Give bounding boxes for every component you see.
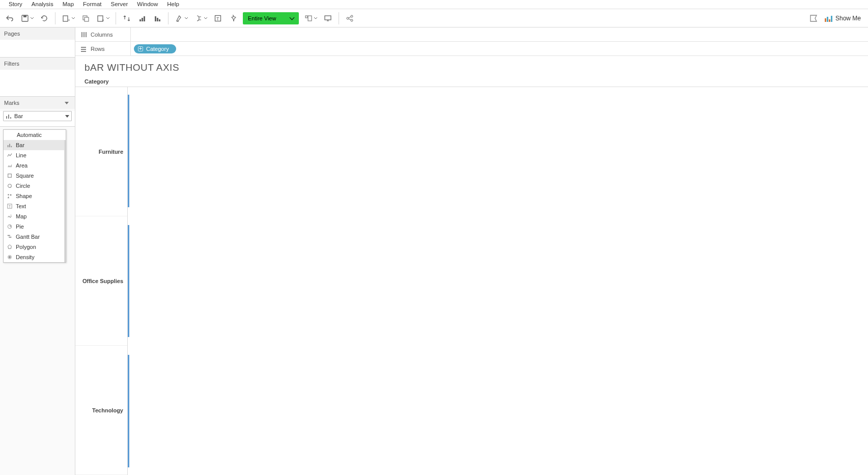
svg-rect-1 [23, 15, 26, 17]
svg-rect-45 [83, 32, 85, 37]
mark-option-automatic[interactable]: Automatic [4, 130, 66, 140]
menu-window[interactable]: Window [132, 1, 162, 9]
map-icon [7, 213, 13, 219]
svg-rect-44 [81, 32, 82, 37]
svg-rect-25 [831, 16, 832, 22]
viz-title[interactable]: bAR WITHOUT AXIS [75, 56, 868, 76]
pages-card: Pages [0, 27, 75, 58]
svg-rect-8 [139, 19, 141, 21]
area-icon [7, 162, 13, 169]
rows-shelf-row: Rows + Category [75, 42, 868, 56]
scrollbar[interactable] [64, 140, 66, 262]
undo-button[interactable] [3, 11, 17, 25]
svg-text:T: T [216, 16, 219, 21]
menu-format[interactable]: Format [78, 1, 106, 9]
sort-desc-button[interactable] [150, 11, 164, 25]
mark-type-menu: Automatic Bar Line Area Square Circle Sh… [3, 129, 66, 263]
pie-icon [7, 223, 13, 230]
bar-mark[interactable] [128, 355, 129, 467]
columns-shelf[interactable] [130, 27, 868, 41]
mark-type-value: Bar [14, 113, 23, 119]
save-button[interactable] [18, 11, 36, 25]
group-button[interactable] [191, 11, 210, 25]
columns-shelf-row: Columns [75, 27, 868, 42]
svg-point-43 [9, 256, 10, 258]
pin-button[interactable] [226, 11, 240, 25]
menu-map[interactable]: Map [58, 1, 78, 9]
menu-help[interactable]: Help [162, 1, 184, 9]
mark-option-shape[interactable]: Shape [4, 191, 66, 201]
svg-rect-9 [142, 18, 143, 21]
bar-mark[interactable] [128, 225, 129, 338]
sort-asc-button[interactable] [135, 11, 149, 25]
label-button[interactable]: T [211, 11, 225, 25]
svg-rect-13 [159, 19, 160, 21]
pages-shelf[interactable] [0, 40, 75, 57]
chevron-down-icon [65, 115, 69, 118]
viz-canvas: bAR WITHOUT AXIS Category Furniture Offi… [75, 56, 868, 475]
row-label-furniture[interactable]: Furniture [75, 87, 127, 216]
row-label-office-supplies[interactable]: Office Supplies [75, 216, 127, 346]
swap-button[interactable] [120, 11, 134, 25]
svg-rect-30 [9, 144, 10, 148]
svg-rect-28 [10, 117, 11, 119]
line-icon [7, 152, 13, 158]
show-me-button[interactable]: Show Me [821, 14, 866, 22]
svg-rect-26 [6, 116, 7, 119]
bar-icon [6, 113, 12, 119]
svg-rect-31 [11, 146, 12, 148]
mark-option-map[interactable]: Map [4, 211, 66, 221]
circle-icon [7, 183, 13, 189]
marks-label: Marks [4, 100, 19, 106]
svg-rect-27 [8, 115, 9, 119]
svg-point-34 [8, 194, 9, 195]
presentation-mode-button[interactable] [321, 11, 335, 25]
plot-area[interactable] [127, 87, 868, 475]
chevron-down-icon[interactable] [65, 102, 69, 104]
menu-bar: Story Analysis Map Format Server Window … [0, 0, 868, 9]
density-icon [7, 254, 13, 260]
fit-dropdown[interactable]: Entire View [243, 12, 299, 24]
row-field-header[interactable]: Category [75, 76, 868, 87]
svg-text:+: + [68, 18, 70, 22]
rows-pill-category[interactable]: + Category [134, 44, 176, 53]
menu-analysis[interactable]: Analysis [27, 1, 58, 9]
menu-story[interactable]: Story [4, 1, 27, 9]
share-button[interactable] [343, 11, 357, 25]
mark-option-circle[interactable]: Circle [4, 181, 66, 191]
mark-option-bar[interactable]: Bar [4, 140, 66, 150]
mark-option-pie[interactable]: Pie [4, 221, 66, 232]
clear-sheet-button[interactable]: × [94, 11, 112, 25]
filters-shelf[interactable] [0, 70, 75, 96]
mark-type-dropdown[interactable]: Bar [3, 111, 72, 121]
mark-option-square[interactable]: Square [4, 171, 66, 181]
plus-icon: + [138, 46, 143, 51]
pill-label: Category [146, 46, 169, 52]
mark-option-text[interactable]: TText [4, 201, 66, 211]
row-label-technology[interactable]: Technology [75, 346, 127, 475]
bar-mark[interactable] [128, 95, 129, 207]
mark-option-polygon[interactable]: Polygon [4, 242, 66, 252]
guide-button[interactable] [806, 11, 821, 25]
svg-point-19 [347, 17, 349, 19]
side-panel: Pages Filters Marks Bar Automatic [0, 27, 75, 475]
highlight-button[interactable] [172, 11, 190, 25]
fit-label: Entire View [248, 15, 276, 21]
svg-text:×: × [102, 18, 104, 22]
menu-server[interactable]: Server [106, 1, 132, 9]
viz-body: Furniture Office Supplies Technology [75, 87, 868, 475]
mark-option-line[interactable]: Line [4, 150, 66, 160]
bar-icon [7, 142, 13, 148]
marks-card: Marks Bar Automatic Bar Line Area Square… [0, 97, 75, 127]
svg-rect-49 [81, 51, 86, 52]
new-worksheet-button[interactable]: + [59, 11, 77, 25]
duplicate-button[interactable] [78, 11, 93, 25]
svg-point-20 [351, 15, 353, 17]
mark-option-gantt-bar[interactable]: Gantt Bar [4, 232, 66, 242]
rows-shelf[interactable]: + Category [130, 42, 868, 55]
refresh-button[interactable] [37, 11, 51, 25]
show-hide-cards-button[interactable] [301, 11, 320, 25]
mark-option-area[interactable]: Area [4, 160, 66, 171]
mark-option-density[interactable]: Density [4, 252, 66, 262]
show-me-label: Show Me [835, 15, 861, 22]
